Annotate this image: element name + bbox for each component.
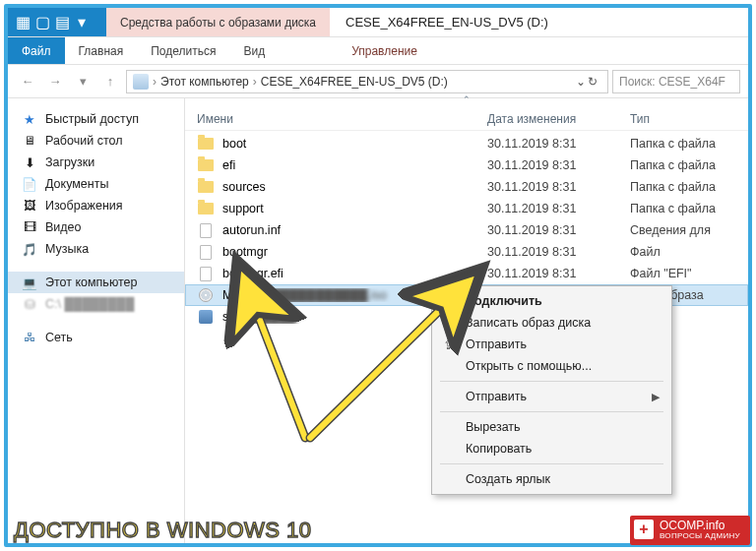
- caption-watermark: Доступно в Windows 10: [14, 518, 312, 543]
- svg-line-7: [310, 309, 441, 438]
- plus-icon: +: [634, 520, 654, 539]
- brand-watermark: + OCOMP.info ВОПРОСЫ АДМИНУ: [630, 516, 750, 545]
- svg-line-5: [258, 315, 305, 438]
